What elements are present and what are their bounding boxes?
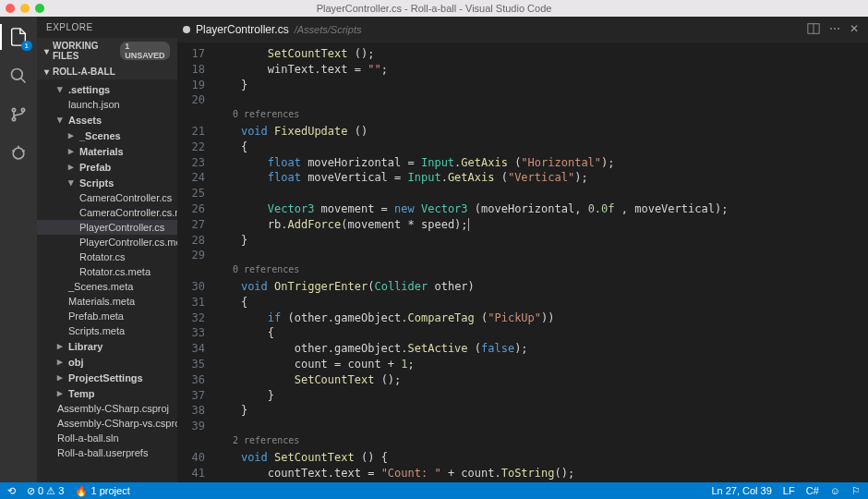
tree-item-label: Prefab.meta	[68, 310, 124, 322]
errors-warnings[interactable]: ⊘ 0 ⚠ 3	[27, 485, 64, 497]
explorer-sidebar: EXPLORE ▾ WORKING FILES 1 UNSAVED ▾ ROLL…	[37, 17, 177, 482]
line-number: 34	[177, 341, 205, 357]
code-line[interactable]: void SetCountText () {	[214, 450, 868, 466]
file-item[interactable]: Scripts.meta	[37, 323, 177, 338]
file-item[interactable]: _Scenes.meta	[37, 279, 177, 294]
code-line[interactable]: SetCountText ();	[214, 372, 868, 388]
folder-item[interactable]: ▸_Scenes	[37, 128, 177, 143]
file-item[interactable]: PlayerController.cs.meta	[37, 235, 177, 250]
tree-item-label: obj	[68, 357, 84, 368]
code-line[interactable]: count = count + 1;	[214, 357, 868, 372]
code-line[interactable]: {	[214, 140, 868, 155]
split-editor-icon[interactable]	[807, 22, 820, 38]
code-line[interactable]: countText.text = "Count: " + count.ToStr…	[214, 466, 868, 481]
more-actions-icon[interactable]: ⋯	[829, 22, 840, 38]
working-files-header[interactable]: ▾ WORKING FILES 1 UNSAVED	[37, 38, 177, 64]
code-line[interactable]	[214, 92, 868, 108]
line-number: 33	[177, 325, 205, 341]
code-line[interactable]	[214, 248, 868, 263]
search-icon	[9, 67, 28, 85]
explorer-tab[interactable]: 1	[7, 26, 30, 48]
close-editor-icon[interactable]: ✕	[850, 22, 859, 38]
project-header[interactable]: ▾ ROLL-A-BALL	[37, 64, 177, 79]
chevron-right-icon: ▸	[57, 356, 65, 368]
close-window-button[interactable]	[6, 4, 15, 13]
tree-item-label: Rotator.cs.meta	[79, 266, 151, 277]
folder-item[interactable]: ▸ProjectSettings	[37, 370, 177, 385]
code-line[interactable]: void FixedUpdate ()	[214, 124, 868, 140]
code-line[interactable]: {	[214, 325, 868, 341]
git-tab[interactable]	[7, 103, 30, 126]
explorer-badge: 1	[21, 41, 32, 51]
code-line[interactable]: }	[214, 233, 868, 249]
tree-item-label: Library	[68, 341, 102, 352]
code-line[interactable]: float moveVertical = Input.GetAxis ("Ver…	[214, 170, 868, 186]
folder-item[interactable]: ▾Assets	[37, 112, 177, 128]
folder-item[interactable]: ▾Scripts	[37, 175, 177, 190]
folder-item[interactable]: ▸Temp	[37, 385, 177, 401]
folder-item[interactable]: ▸Library	[37, 338, 177, 354]
svg-point-3	[21, 108, 24, 111]
code-line[interactable]: }	[214, 403, 868, 419]
maximize-window-button[interactable]	[35, 4, 44, 13]
file-item[interactable]: Rotator.cs.meta	[37, 264, 177, 279]
window-title: PlayerController.cs - Roll-a-ball - Visu…	[317, 3, 552, 14]
code-line[interactable]: void OnTriggerEnter(Collider other)	[214, 279, 868, 295]
file-item[interactable]: Rotator.cs	[37, 250, 177, 264]
file-item[interactable]: Assembly-CSharp-vs.csproj	[37, 416, 177, 431]
end-of-line[interactable]: LF	[783, 485, 795, 497]
sync-icon[interactable]: ⟲	[7, 485, 16, 497]
code-lens[interactable]: 2 references	[214, 434, 868, 450]
code-line[interactable]: SetCountText ();	[214, 46, 868, 62]
code-line[interactable]: other.gameObject.SetActive (false);	[214, 341, 868, 357]
svg-point-2	[12, 108, 15, 111]
code-line[interactable]: }	[214, 78, 868, 93]
file-item[interactable]: PlayerController.cs	[37, 220, 177, 235]
file-item[interactable]: Prefab.meta	[37, 309, 177, 323]
file-item[interactable]: Assembly-CSharp.csproj	[37, 401, 177, 416]
tree-item-label: Temp	[68, 388, 95, 399]
folder-item[interactable]: ▸Materials	[37, 143, 177, 159]
search-tab[interactable]	[7, 65, 30, 87]
code-lines[interactable]: SetCountText (); winText.text = ""; }0 r…	[214, 46, 868, 482]
file-item[interactable]: launch.json	[37, 97, 177, 112]
project-status[interactable]: 🔥 1 project	[75, 485, 129, 497]
code-line[interactable]: if (other.gameObject.CompareTag ("PickUp…	[214, 310, 868, 326]
code-line[interactable]: Vector3 movement = new Vector3 (moveHori…	[214, 201, 868, 217]
file-item[interactable]: CameraController.cs	[37, 190, 177, 205]
folder-item[interactable]: ▸Prefab	[37, 159, 177, 175]
chevron-right-icon: ▸	[68, 129, 76, 141]
file-item[interactable]: CameraController.cs.meta	[37, 205, 177, 220]
tree-item-label: launch.json	[68, 99, 120, 110]
code-editor[interactable]: 1718192021222324252627282930313233343536…	[177, 43, 868, 482]
code-line[interactable]	[214, 419, 868, 434]
active-tab-filename[interactable]: PlayerController.cs	[196, 23, 289, 36]
minimize-window-button[interactable]	[20, 4, 30, 13]
code-line[interactable]: rb.AddForce(movement * speed);	[214, 217, 868, 233]
line-number: 41	[177, 466, 205, 481]
code-line[interactable]: {	[214, 295, 868, 310]
code-lens[interactable]: 0 references	[214, 263, 868, 279]
folder-item[interactable]: ▾.settings	[37, 81, 177, 97]
code-line[interactable]: float moveHorizontal = Input.GetAxis ("H…	[214, 155, 868, 171]
window-titlebar: PlayerController.cs - Roll-a-ball - Visu…	[0, 0, 868, 17]
debug-tab[interactable]	[7, 142, 30, 164]
file-item[interactable]: Roll-a-ball.sln	[37, 431, 177, 445]
folder-item[interactable]: ▸obj	[37, 354, 177, 370]
flame-icon: 🔥	[75, 485, 88, 496]
cursor-position[interactable]: Ln 27, Col 39	[711, 485, 771, 497]
feedback-icon[interactable]: ☺	[830, 485, 840, 497]
code-line[interactable]: if (count >= 12) {	[214, 481, 868, 482]
tree-item-label: PlayerController.cs.meta	[79, 237, 177, 248]
code-line[interactable]: }	[214, 388, 868, 404]
notifications-icon[interactable]: ⚐	[851, 485, 861, 497]
editor-tab-bar: PlayerController.cs /Assets/Scripts ⋯ ✕	[177, 17, 868, 43]
file-item[interactable]: Roll-a-ball.userprefs	[37, 445, 177, 460]
code-line[interactable]	[214, 186, 868, 201]
line-number: 25	[177, 186, 205, 201]
code-line[interactable]: winText.text = "";	[214, 62, 868, 78]
language-mode[interactable]: C#	[806, 485, 819, 497]
file-item[interactable]: Materials.meta	[37, 294, 177, 309]
project-label: ROLL-A-BALL	[53, 67, 115, 77]
code-lens[interactable]: 0 references	[214, 108, 868, 124]
